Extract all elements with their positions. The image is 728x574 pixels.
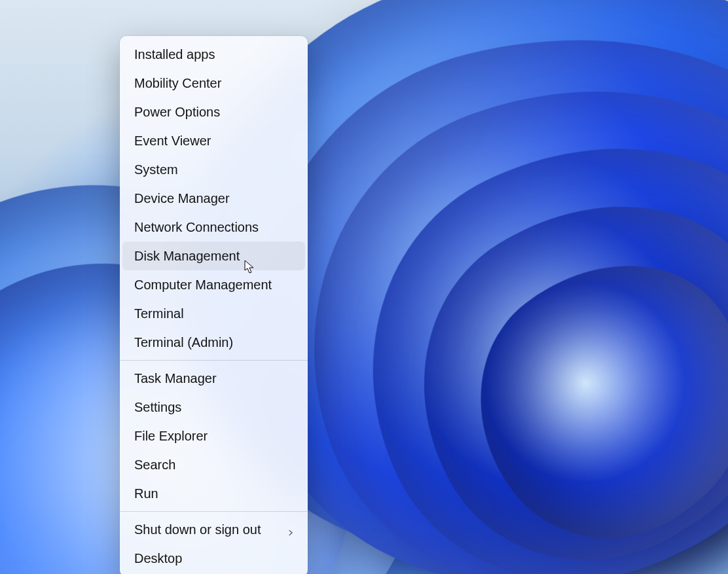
menu-item-power-options[interactable]: Power Options [122,98,305,126]
menu-item-run[interactable]: Run [122,479,305,508]
winx-context-menu[interactable]: Installed apps Mobility Center Power Opt… [120,36,308,574]
menu-item-label: Power Options [134,105,293,120]
menu-item-search[interactable]: Search [122,450,305,479]
menu-item-terminal-admin[interactable]: Terminal (Admin) [122,328,305,357]
menu-item-settings[interactable]: Settings [122,393,305,422]
menu-item-label: Device Manager [134,191,293,206]
chevron-right-icon [287,525,296,534]
menu-item-event-viewer[interactable]: Event Viewer [122,126,305,155]
menu-item-label: Terminal [134,306,293,321]
menu-separator [120,360,308,361]
menu-item-label: Run [134,486,293,501]
menu-item-label: Computer Management [134,278,293,293]
menu-item-label: Task Manager [134,371,293,386]
menu-item-label: Disk Management [134,249,293,264]
menu-item-shutdown-signout[interactable]: Shut down or sign out [122,515,305,544]
menu-item-label: File Explorer [134,429,293,444]
menu-item-network-connections[interactable]: Network Connections [122,213,305,242]
menu-item-label: Mobility Center [134,76,293,91]
menu-item-label: Network Connections [134,220,293,235]
menu-item-desktop[interactable]: Desktop [122,544,305,573]
menu-item-label: System [134,162,293,177]
menu-item-system[interactable]: System [122,155,305,184]
menu-item-label: Installed apps [134,47,293,62]
menu-item-task-manager[interactable]: Task Manager [122,364,305,393]
menu-item-file-explorer[interactable]: File Explorer [122,422,305,450]
menu-item-mobility-center[interactable]: Mobility Center [122,69,305,98]
menu-item-device-manager[interactable]: Device Manager [122,184,305,213]
menu-item-label: Settings [134,400,293,415]
menu-item-disk-management[interactable]: Disk Management [122,242,305,270]
menu-item-installed-apps[interactable]: Installed apps [122,40,305,69]
menu-item-computer-management[interactable]: Computer Management [122,270,305,299]
menu-separator [120,511,308,512]
menu-item-terminal[interactable]: Terminal [122,299,305,328]
menu-item-label: Terminal (Admin) [134,335,293,350]
menu-item-label: Event Viewer [134,134,293,149]
menu-item-label: Desktop [134,551,293,566]
desktop-wallpaper [0,0,728,574]
menu-item-label: Shut down or sign out [134,522,293,537]
menu-item-label: Search [134,457,293,473]
